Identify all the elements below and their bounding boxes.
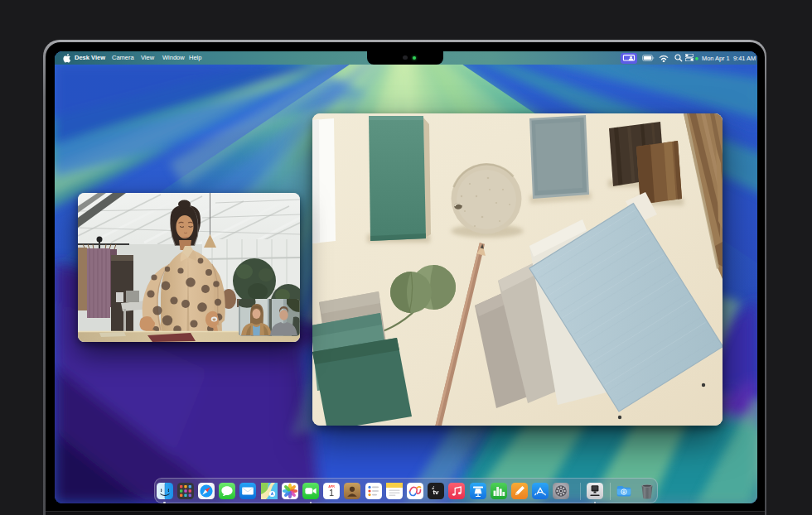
svg-text:tv: tv bbox=[433, 488, 440, 495]
svg-text:1: 1 bbox=[329, 488, 334, 498]
